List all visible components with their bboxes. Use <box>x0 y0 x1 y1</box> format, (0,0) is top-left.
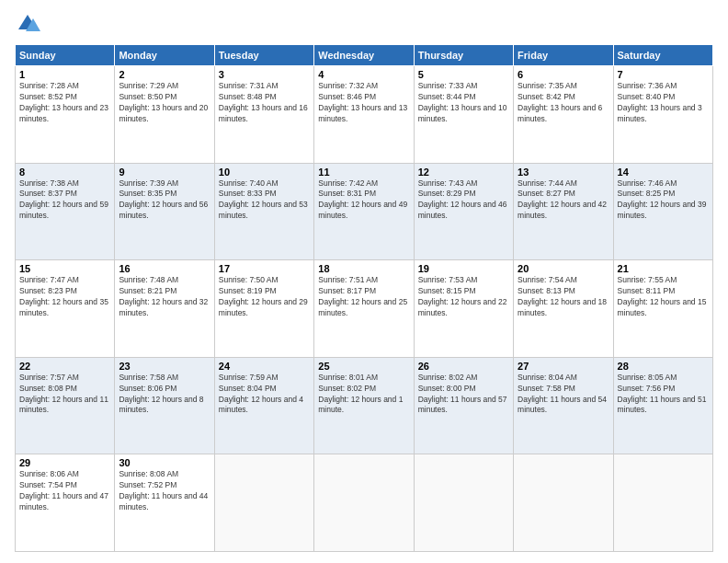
day-number: 10 <box>219 167 310 178</box>
day-number: 18 <box>318 263 409 274</box>
day-number: 11 <box>318 167 409 178</box>
day-info: Sunrise: 7:57 AM Sunset: 8:08 PM Dayligh… <box>19 373 110 417</box>
day-info: Sunrise: 8:02 AM Sunset: 8:00 PM Dayligh… <box>418 373 509 417</box>
daylight-label: Daylight: 11 hours and 47 minutes. <box>19 491 108 511</box>
sunrise-label: Sunrise: 7:36 AM <box>618 81 677 90</box>
daylight-label: Daylight: 13 hours and 20 minutes. <box>119 103 208 123</box>
sunset-label: Sunset: 8:21 PM <box>119 286 176 295</box>
sunset-label: Sunset: 8:35 PM <box>119 189 176 198</box>
page: SundayMondayTuesdayWednesdayThursdayFrid… <box>0 0 728 563</box>
weekday-header-wednesday: Wednesday <box>314 45 414 66</box>
sunrise-label: Sunrise: 7:53 AM <box>418 275 478 284</box>
sunset-label: Sunset: 8:33 PM <box>219 189 277 198</box>
day-number: 1 <box>19 69 110 80</box>
daylight-label: Daylight: 13 hours and 3 minutes. <box>618 103 702 123</box>
daylight-label: Daylight: 12 hours and 22 minutes. <box>418 297 507 317</box>
day-info: Sunrise: 7:42 AM Sunset: 8:31 PM Dayligh… <box>318 178 409 223</box>
day-info: Sunrise: 7:58 AM Sunset: 8:06 PM Dayligh… <box>119 373 210 417</box>
sunset-label: Sunset: 8:25 PM <box>618 189 676 198</box>
day-number: 27 <box>518 361 609 372</box>
calendar-cell: 15 Sunrise: 7:47 AM Sunset: 8:23 PM Dayl… <box>16 260 115 358</box>
sunset-label: Sunset: 8:40 PM <box>618 92 676 101</box>
daylight-label: Daylight: 12 hours and 8 minutes. <box>119 395 203 415</box>
sunset-label: Sunset: 8:17 PM <box>318 286 376 295</box>
day-info: Sunrise: 8:06 AM Sunset: 7:54 PM Dayligh… <box>19 469 110 513</box>
logo <box>15 11 44 37</box>
calendar-cell: 12 Sunrise: 7:43 AM Sunset: 8:29 PM Dayl… <box>414 163 513 260</box>
weekday-header-row: SundayMondayTuesdayWednesdayThursdayFrid… <box>16 45 713 66</box>
day-info: Sunrise: 7:59 AM Sunset: 8:04 PM Dayligh… <box>219 373 310 417</box>
sunset-label: Sunset: 7:56 PM <box>618 384 676 393</box>
day-number: 8 <box>19 167 110 178</box>
day-info: Sunrise: 8:08 AM Sunset: 7:52 PM Dayligh… <box>119 469 210 513</box>
day-info: Sunrise: 7:40 AM Sunset: 8:33 PM Dayligh… <box>219 178 310 223</box>
daylight-label: Daylight: 13 hours and 6 minutes. <box>518 103 602 123</box>
daylight-label: Daylight: 11 hours and 54 minutes. <box>518 395 607 415</box>
day-number: 16 <box>119 263 210 274</box>
sunrise-label: Sunrise: 7:31 AM <box>219 81 279 90</box>
day-number: 9 <box>119 167 210 178</box>
calendar-cell: 29 Sunrise: 8:06 AM Sunset: 7:54 PM Dayl… <box>16 454 115 552</box>
calendar-cell <box>613 454 712 552</box>
day-number: 22 <box>19 361 110 372</box>
sunrise-label: Sunrise: 7:29 AM <box>119 81 178 90</box>
daylight-label: Daylight: 12 hours and 46 minutes. <box>418 200 507 220</box>
calendar-cell: 18 Sunrise: 7:51 AM Sunset: 8:17 PM Dayl… <box>314 260 414 358</box>
weekday-header-saturday: Saturday <box>613 45 712 66</box>
calendar-cell: 25 Sunrise: 8:01 AM Sunset: 8:02 PM Dayl… <box>314 357 414 454</box>
sunset-label: Sunset: 8:19 PM <box>219 286 277 295</box>
calendar-cell: 22 Sunrise: 7:57 AM Sunset: 8:08 PM Dayl… <box>16 357 115 454</box>
calendar-cell: 21 Sunrise: 7:55 AM Sunset: 8:11 PM Dayl… <box>613 260 712 358</box>
sunrise-label: Sunrise: 7:47 AM <box>19 275 79 284</box>
day-info: Sunrise: 7:38 AM Sunset: 8:37 PM Dayligh… <box>19 178 110 223</box>
calendar-cell: 1 Sunrise: 7:28 AM Sunset: 8:52 PM Dayli… <box>16 66 115 164</box>
sunrise-label: Sunrise: 7:46 AM <box>618 178 677 188</box>
sunset-label: Sunset: 8:48 PM <box>219 92 277 101</box>
sunrise-label: Sunrise: 7:44 AM <box>518 178 577 188</box>
day-info: Sunrise: 7:28 AM Sunset: 8:52 PM Dayligh… <box>19 81 110 125</box>
sunrise-label: Sunrise: 7:40 AM <box>219 178 279 188</box>
calendar-cell: 13 Sunrise: 7:44 AM Sunset: 8:27 PM Dayl… <box>514 163 613 260</box>
calendar: SundayMondayTuesdayWednesdayThursdayFrid… <box>15 44 713 552</box>
weekday-header-tuesday: Tuesday <box>214 45 313 66</box>
sunrise-label: Sunrise: 7:39 AM <box>119 178 178 188</box>
daylight-label: Daylight: 13 hours and 10 minutes. <box>418 103 507 123</box>
day-number: 24 <box>219 361 310 372</box>
calendar-cell: 5 Sunrise: 7:33 AM Sunset: 8:44 PM Dayli… <box>414 66 513 164</box>
day-info: Sunrise: 7:50 AM Sunset: 8:19 PM Dayligh… <box>219 275 310 319</box>
sunset-label: Sunset: 8:04 PM <box>219 384 277 393</box>
day-number: 28 <box>618 361 709 372</box>
sunset-label: Sunset: 8:27 PM <box>518 189 575 198</box>
daylight-label: Daylight: 12 hours and 35 minutes. <box>19 297 108 317</box>
sunrise-label: Sunrise: 8:08 AM <box>119 469 178 478</box>
sunset-label: Sunset: 8:23 PM <box>19 286 77 295</box>
calendar-cell: 11 Sunrise: 7:42 AM Sunset: 8:31 PM Dayl… <box>314 163 414 260</box>
daylight-label: Daylight: 11 hours and 57 minutes. <box>418 395 507 415</box>
sunrise-label: Sunrise: 8:06 AM <box>19 469 79 478</box>
weekday-header-sunday: Sunday <box>16 45 115 66</box>
sunset-label: Sunset: 8:31 PM <box>318 189 376 198</box>
sunset-label: Sunset: 8:37 PM <box>19 189 77 198</box>
sunset-label: Sunset: 8:13 PM <box>518 286 575 295</box>
sunrise-label: Sunrise: 7:57 AM <box>19 373 79 382</box>
day-number: 29 <box>19 457 110 468</box>
day-number: 14 <box>618 167 709 178</box>
sunset-label: Sunset: 8:15 PM <box>418 286 476 295</box>
day-number: 20 <box>518 263 609 274</box>
day-info: Sunrise: 7:32 AM Sunset: 8:46 PM Dayligh… <box>318 81 409 125</box>
calendar-cell: 4 Sunrise: 7:32 AM Sunset: 8:46 PM Dayli… <box>314 66 414 164</box>
daylight-label: Daylight: 12 hours and 39 minutes. <box>618 200 707 220</box>
weekday-header-friday: Friday <box>514 45 613 66</box>
day-number: 6 <box>518 69 609 80</box>
logo-icon <box>15 11 40 37</box>
day-info: Sunrise: 7:44 AM Sunset: 8:27 PM Dayligh… <box>518 178 609 223</box>
daylight-label: Daylight: 13 hours and 23 minutes. <box>19 103 108 123</box>
daylight-label: Daylight: 12 hours and 42 minutes. <box>518 200 607 220</box>
sunrise-label: Sunrise: 7:43 AM <box>418 178 478 188</box>
day-info: Sunrise: 7:53 AM Sunset: 8:15 PM Dayligh… <box>418 275 509 319</box>
sunrise-label: Sunrise: 7:33 AM <box>418 81 478 90</box>
sunrise-label: Sunrise: 8:01 AM <box>318 373 378 382</box>
sunset-label: Sunset: 8:08 PM <box>19 384 77 393</box>
day-info: Sunrise: 7:46 AM Sunset: 8:25 PM Dayligh… <box>618 178 709 223</box>
sunset-label: Sunset: 8:06 PM <box>119 384 176 393</box>
